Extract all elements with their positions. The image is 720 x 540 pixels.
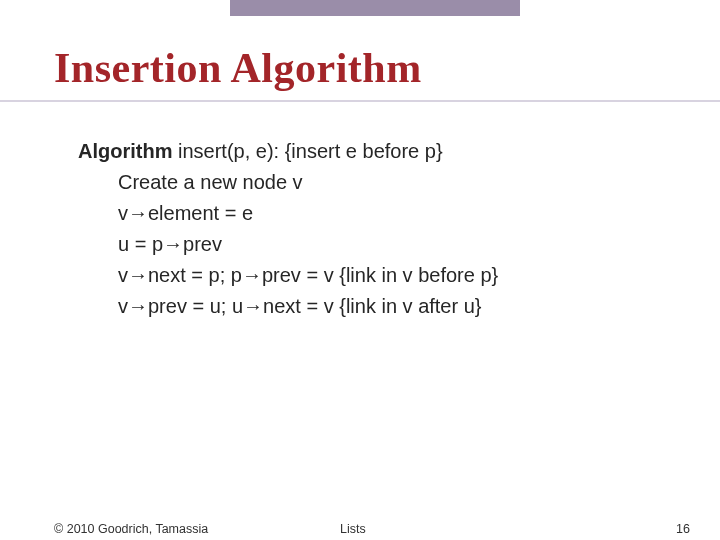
algo-line-3: u = p→prev bbox=[78, 229, 678, 260]
footer-page-number: 16 bbox=[676, 522, 690, 536]
algo-signature: insert(p, e): {insert e before p} bbox=[172, 140, 442, 162]
algo-keyword: Algorithm bbox=[78, 140, 172, 162]
algo-line-4: v→next = p; p→prev = v {link in v before… bbox=[78, 260, 678, 291]
algo-line-2: v→element = e bbox=[78, 198, 678, 229]
footer-center: Lists bbox=[340, 522, 366, 536]
algo-line-0: Algorithm insert(p, e): {insert e before… bbox=[78, 136, 678, 167]
title-underline bbox=[0, 100, 720, 102]
header-accent-bar bbox=[230, 0, 520, 16]
algo-line-5: v→prev = u; u→next = v {link in v after … bbox=[78, 291, 678, 322]
algorithm-body: Algorithm insert(p, e): {insert e before… bbox=[78, 136, 678, 322]
slide-title: Insertion Algorithm bbox=[54, 44, 422, 92]
footer-copyright: © 2010 Goodrich, Tamassia bbox=[54, 522, 208, 536]
algo-line-1: Create a new node v bbox=[78, 167, 678, 198]
